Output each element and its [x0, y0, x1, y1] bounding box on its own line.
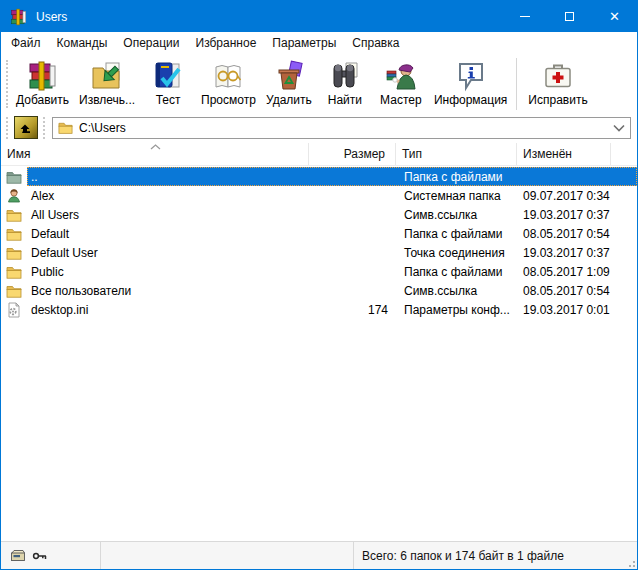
file-row-all-users[interactable]: All Users Симв.ссылка 19.03.2017 0:37 [1, 205, 637, 224]
close-icon: ✕ [609, 10, 620, 23]
minimize-button[interactable] [502, 1, 547, 32]
statusbar-icons-pane [1, 542, 101, 569]
toolbar-gripper[interactable] [6, 60, 9, 108]
column-header-type[interactable]: Тип [396, 143, 517, 165]
menu-help[interactable]: Справка [344, 34, 407, 52]
totals-text: Всего: 6 папок и 174 байт в 1 файле [362, 549, 564, 563]
add-archive-icon [27, 60, 59, 92]
repair-icon [542, 60, 574, 92]
maximize-button[interactable] [547, 1, 592, 32]
file-row-parent-dir[interactable]: .. Папка с файлами [1, 167, 637, 186]
column-header-modified[interactable]: Изменён [517, 143, 611, 165]
column-header-row: Имя Размер Тип Изменён [1, 143, 637, 166]
column-header-filler [611, 143, 637, 165]
resize-grip[interactable] [625, 557, 635, 567]
folder-icon [6, 226, 22, 242]
toolbar: Добавить Извлечь... Тест [1, 53, 637, 114]
drive-icon[interactable] [10, 549, 26, 563]
menu-file[interactable]: Файл [3, 34, 49, 52]
address-combobox[interactable]: C:\Users [52, 117, 631, 139]
close-button[interactable]: ✕ [592, 1, 637, 32]
extract-button[interactable]: Извлечь... [74, 58, 140, 110]
file-row-default[interactable]: Default Папка с файлами 08.05.2017 0:54 [1, 224, 637, 243]
file-row-desktop-ini[interactable]: desktop.ini 174 Параметры конф... 19.03.… [1, 300, 637, 319]
test-icon [152, 60, 184, 92]
folder-icon [58, 120, 73, 135]
add-button[interactable]: Добавить [11, 58, 74, 110]
wizard-icon [385, 60, 417, 92]
file-row-public[interactable]: Public Папка с файлами 08.05.2017 1:09 [1, 262, 637, 281]
file-row-default-user[interactable]: Default User Точка соединения 19.03.2017… [1, 243, 637, 262]
folder-up-icon [6, 169, 22, 185]
statusbar-message-pane [101, 542, 354, 569]
key-icon[interactable] [32, 549, 48, 563]
addressbar-gripper-1[interactable] [6, 117, 9, 139]
find-icon [329, 60, 361, 92]
test-button[interactable]: Тест [140, 58, 196, 110]
wizard-button[interactable]: Мастер [373, 58, 429, 110]
folder-up-arrow-icon [18, 120, 34, 136]
status-bar: Всего: 6 папок и 174 байт в 1 файле [1, 541, 637, 569]
winrar-app-icon [10, 8, 28, 26]
window-title: Users [36, 10, 502, 24]
folder-icon [6, 245, 22, 261]
up-one-level-button[interactable] [14, 116, 38, 139]
maximize-icon [565, 12, 574, 21]
statusbar-totals-pane: Всего: 6 папок и 174 байт в 1 файле [354, 542, 637, 569]
find-button[interactable]: Найти [317, 58, 373, 110]
current-path: C:\Users [79, 121, 613, 135]
menu-favorites[interactable]: Избранное [188, 34, 265, 52]
folder-icon [6, 264, 22, 280]
menu-options[interactable]: Параметры [264, 34, 344, 52]
menu-operations[interactable]: Операции [115, 34, 187, 52]
folder-icon [6, 283, 22, 299]
sort-ascending-icon [150, 144, 161, 150]
delete-button[interactable]: Удалить [261, 58, 317, 110]
view-icon [212, 60, 244, 92]
column-header-size[interactable]: Размер [309, 143, 396, 165]
file-list[interactable]: .. Папка с файлами Alex Системная папка … [1, 166, 637, 541]
menu-bar: Файл Команды Операции Избранное Параметр… [1, 32, 637, 53]
file-row-alex[interactable]: Alex Системная папка 09.07.2017 0:34 [1, 186, 637, 205]
addressbar-gripper-2[interactable] [43, 117, 46, 139]
delete-icon [273, 60, 305, 92]
user-icon [6, 188, 22, 204]
info-icon [455, 60, 487, 92]
winrar-window: Users ✕ Файл Команды Операции Избранное … [0, 0, 638, 570]
folder-icon [6, 207, 22, 223]
chevron-down-icon[interactable] [613, 124, 625, 132]
file-row-vse-polzovateli[interactable]: Все пользователи Симв.ссылка 08.05.2017 … [1, 281, 637, 300]
repair-button[interactable]: Исправить [523, 58, 592, 110]
menu-commands[interactable]: Команды [49, 34, 116, 52]
address-bar: C:\Users [1, 114, 637, 143]
title-bar[interactable]: Users ✕ [1, 1, 637, 32]
view-button[interactable]: Просмотр [196, 58, 261, 110]
minimize-icon [520, 16, 530, 17]
info-button[interactable]: Информация [429, 58, 512, 110]
toolbar-separator [516, 58, 517, 110]
ini-file-icon [6, 302, 22, 318]
extract-icon [91, 60, 123, 92]
